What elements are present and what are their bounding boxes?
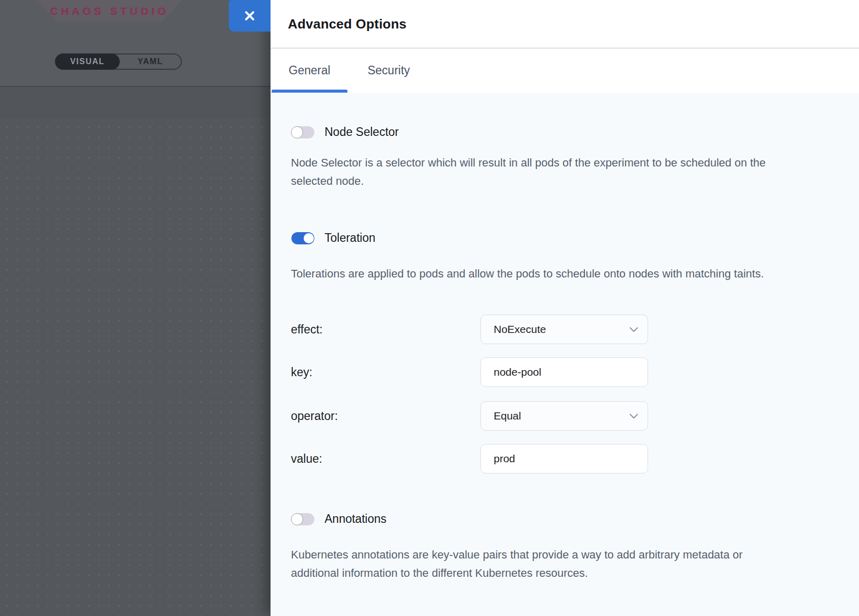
view-mode-toggle[interactable]: VISUAL YAML — [55, 53, 182, 70]
annotations-toggle[interactable] — [291, 513, 314, 525]
key-input[interactable] — [480, 357, 648, 387]
node-selector-row: Node Selector — [291, 125, 399, 139]
operator-select[interactable]: Equal — [480, 401, 648, 431]
tab-security[interactable]: Security — [354, 48, 423, 93]
key-field-row: key: — [271, 357, 859, 387]
toggle-knob — [291, 126, 303, 138]
operator-label: operator: — [291, 409, 338, 423]
toleration-row: Toleration — [291, 231, 375, 245]
operator-field-row: operator: Equal — [271, 401, 859, 431]
chevron-down-icon — [629, 413, 638, 419]
canvas-dot-grid — [0, 118, 271, 616]
brand-badge: CHAOS STUDIO — [37, 0, 182, 22]
node-selector-toggle[interactable] — [291, 126, 314, 138]
effect-label: effect: — [291, 323, 323, 337]
annotations-row: Annotations — [291, 512, 386, 526]
effect-field-row: effect: NoExecute — [271, 315, 859, 344]
annotations-label: Annotations — [325, 512, 386, 526]
annotations-description: Kubernetes annotations are key-value pai… — [291, 546, 770, 582]
operator-selected-value: Equal — [494, 410, 629, 422]
chaos-studio-canvas: CHAOS STUDIO VISUAL YAML — [0, 0, 271, 616]
toggle-knob — [291, 513, 303, 525]
advanced-options-panel: Advanced Options General Security Node S… — [271, 0, 859, 616]
node-selector-label: Node Selector — [325, 125, 399, 139]
tab-bar: General Security — [271, 48, 859, 93]
chevron-down-icon — [629, 327, 638, 332]
value-label: value: — [291, 452, 322, 466]
value-field-row: value: — [271, 444, 859, 473]
close-panel-button[interactable] — [229, 0, 271, 32]
brand-title: CHAOS STUDIO — [50, 5, 169, 17]
toggle-knob — [304, 233, 314, 243]
close-icon — [243, 9, 256, 22]
canvas-toolbar-strip — [0, 88, 271, 118]
effect-selected-value: NoExecute — [494, 323, 629, 335]
panel-header: Advanced Options — [271, 0, 859, 48]
value-input[interactable] — [480, 444, 648, 473]
toleration-toggle[interactable] — [291, 232, 314, 244]
effect-select[interactable]: NoExecute — [480, 315, 648, 344]
toleration-description: Tolerations are applied to pods and allo… — [291, 265, 764, 283]
general-tab-content: Node Selector Node Selector is a selecto… — [271, 93, 859, 616]
visual-tab-button[interactable]: VISUAL — [55, 53, 120, 70]
key-label: key: — [291, 366, 312, 379]
toleration-label: Toleration — [325, 231, 375, 245]
app-window: CHAOS STUDIO VISUAL YAML Advanced Option… — [0, 0, 859, 616]
yaml-tab-button[interactable]: YAML — [120, 57, 181, 66]
tab-general[interactable]: General — [272, 48, 347, 93]
page-title: Advanced Options — [288, 16, 407, 32]
node-selector-description: Node Selector is a selector which will r… — [291, 154, 770, 190]
